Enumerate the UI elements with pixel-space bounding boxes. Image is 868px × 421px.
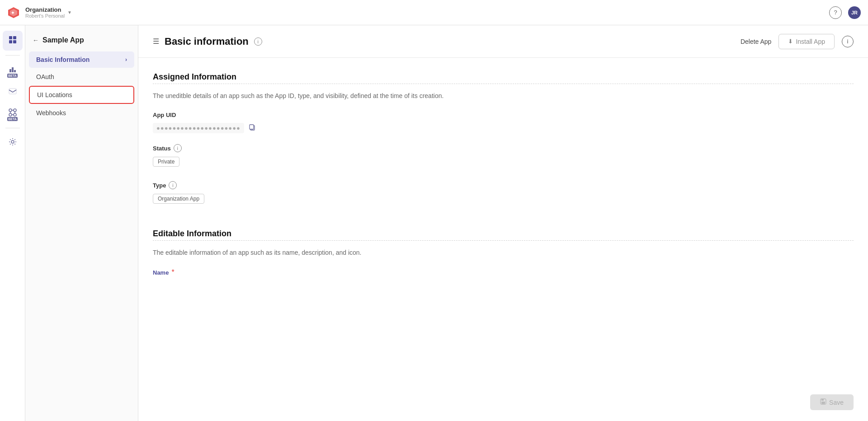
status-badge: Private (153, 157, 179, 167)
status-field-row: Status i (153, 144, 854, 152)
svg-rect-24 (821, 402, 825, 404)
app-uid-label: App UID (153, 112, 854, 118)
inbox-icon (8, 86, 17, 98)
status-label: Status (153, 145, 171, 152)
svg-point-11 (9, 109, 12, 112)
help-button[interactable]: ? (829, 6, 842, 19)
editable-information-section: Editable Information The editable inform… (153, 229, 854, 276)
assigned-section-title: Assigned Information (153, 72, 854, 82)
page-title: Basic information (165, 36, 249, 47)
app-uid-row: ●●●●●●●●●●●●●●●●●●●●● (153, 123, 854, 133)
icon-sidebar: BETA (0, 25, 25, 421)
name-required-indicator: * (171, 268, 174, 276)
app-sidebar-header: ← Sample App (25, 33, 138, 51)
type-info-icon[interactable]: i (169, 181, 177, 189)
svg-point-14 (14, 113, 16, 116)
avatar: JR (848, 6, 861, 19)
svg-rect-21 (250, 125, 254, 129)
svg-rect-9 (14, 70, 16, 72)
svg-point-13 (9, 113, 12, 116)
svg-rect-4 (13, 36, 16, 39)
topbar: ✦ Organization Robert's Personal ▼ ? JR (0, 0, 868, 25)
content-area: ☰ Basic information i Delete App ⬇ Insta… (138, 25, 868, 421)
sidebar-item-analytics[interactable]: BETA (3, 60, 23, 80)
install-icon: ⬇ (788, 38, 793, 45)
org-sub: Robert's Personal (25, 13, 65, 19)
sidebar-divider-2 (5, 128, 20, 128)
assigned-divider (153, 84, 854, 84)
svg-point-12 (14, 109, 16, 112)
beta-badge-integrations: BETA (7, 117, 18, 121)
sidebar-item-oauth[interactable]: OAuth (29, 69, 134, 85)
org-name: Organization (25, 6, 65, 13)
sidebar-divider-1 (5, 55, 20, 56)
status-info-icon[interactable]: i (174, 144, 182, 152)
editable-divider (153, 240, 854, 241)
save-btn-container: Save (810, 394, 854, 410)
chevron-right-icon: › (125, 56, 127, 63)
svg-rect-10 (9, 89, 16, 94)
topbar-left: ✦ Organization Robert's Personal ▼ (7, 6, 72, 19)
install-app-label: Install App (796, 38, 825, 45)
save-icon (820, 398, 826, 406)
webhooks-label: Webhooks (36, 109, 66, 117)
content-body: Assigned Information The uneditble detai… (138, 58, 868, 421)
copy-icon[interactable] (249, 124, 256, 132)
back-arrow-icon[interactable]: ← (33, 37, 39, 44)
title-info-icon[interactable]: i (254, 37, 262, 46)
name-field-row: Name * (153, 268, 854, 276)
svg-rect-23 (821, 399, 824, 401)
assigned-section-description: The uneditble details of an app such as … (153, 91, 854, 101)
basic-information-label: Basic Information (36, 56, 90, 63)
oauth-label: OAuth (36, 73, 54, 80)
type-badge: Organization App (153, 194, 204, 204)
settings-icon (8, 137, 17, 149)
app-sidebar: ← Sample App Basic Information › OAuth U… (25, 25, 138, 421)
ui-locations-label: UI Locations (37, 91, 72, 98)
type-field-row: Type i (153, 181, 854, 189)
sidebar-item-integrations[interactable]: BETA (3, 103, 23, 123)
grid-icon (8, 35, 17, 47)
sidebar-item-settings[interactable] (3, 133, 23, 153)
assigned-information-section: Assigned Information The uneditble detai… (153, 72, 854, 215)
editable-section-title: Editable Information (153, 229, 854, 239)
editable-section-description: The editable information of an app such … (153, 248, 854, 257)
sidebar-item-basic-information[interactable]: Basic Information › (29, 51, 134, 68)
header-info-icon[interactable]: i (842, 36, 854, 47)
delete-app-button[interactable]: Delete App (741, 38, 772, 45)
install-app-button[interactable]: ⬇ Install App (778, 34, 835, 49)
sidebar-item-webhooks[interactable]: Webhooks (29, 105, 134, 121)
svg-rect-3 (9, 36, 12, 39)
svg-rect-6 (13, 40, 16, 43)
sidebar-item-inbox[interactable] (3, 82, 23, 102)
app-uid-value: ●●●●●●●●●●●●●●●●●●●●● (153, 123, 244, 133)
save-button[interactable]: Save (810, 394, 854, 410)
svg-rect-5 (9, 40, 12, 43)
sidebar-item-grid[interactable] (3, 31, 23, 51)
type-label: Type (153, 182, 166, 189)
content-header-right: Delete App ⬇ Install App i (741, 34, 854, 49)
content-header: ☰ Basic information i Delete App ⬇ Insta… (138, 25, 868, 58)
svg-rect-7 (9, 69, 11, 72)
topbar-org[interactable]: Organization Robert's Personal ▼ (25, 6, 72, 19)
org-dropdown-icon: ▼ (67, 10, 72, 15)
app-sidebar-title: Sample App (42, 36, 84, 44)
hamburger-icon[interactable]: ☰ (153, 37, 159, 46)
save-label: Save (829, 399, 844, 406)
svg-rect-8 (12, 67, 14, 72)
main-layout: BETA (0, 25, 868, 421)
logo-icon: ✦ (7, 6, 20, 19)
content-header-left: ☰ Basic information i (153, 36, 262, 47)
svg-point-19 (11, 140, 14, 143)
beta-badge-analytics: BETA (7, 74, 18, 78)
sidebar-item-ui-locations[interactable]: UI Locations (29, 86, 134, 104)
svg-text:✦: ✦ (11, 10, 15, 15)
name-label: Name (153, 269, 169, 276)
topbar-right: ? JR (829, 6, 861, 19)
org-name-label: Organization Robert's Personal (25, 6, 65, 19)
